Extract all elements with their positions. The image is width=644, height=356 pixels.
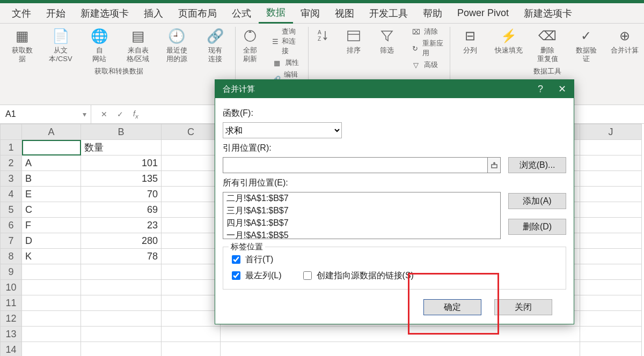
tab-公式[interactable]: 公式 — [224, 4, 259, 23]
cell[interactable]: F — [22, 218, 81, 233]
cell[interactable] — [162, 264, 221, 280]
cell[interactable]: 280 — [81, 233, 162, 249]
cell[interactable] — [81, 280, 162, 295]
row-header[interactable]: 11 — [1, 295, 22, 311]
tab-文件[interactable]: 文件 — [4, 4, 39, 23]
tab-审阅[interactable]: 审阅 — [293, 4, 327, 23]
select-all-corner[interactable] — [1, 124, 22, 140]
sort-button[interactable]: 排序 — [342, 27, 365, 55]
function-select[interactable]: 求和 — [223, 122, 342, 138]
cell[interactable] — [580, 155, 642, 171]
cell[interactable] — [580, 249, 642, 264]
row-header[interactable]: 9 — [1, 264, 22, 280]
cell[interactable]: 数量 — [81, 140, 162, 155]
row-header[interactable]: 6 — [1, 218, 22, 233]
ribbon-item[interactable]: 🔗现有连接 — [201, 27, 230, 63]
row-header[interactable]: 3 — [1, 171, 22, 187]
sort-az-button[interactable]: AZ — [314, 27, 332, 45]
cell[interactable] — [22, 264, 81, 280]
list-item[interactable]: 二月!$A$1:$B$7 — [223, 192, 500, 205]
cell[interactable] — [580, 218, 642, 233]
cell[interactable]: E — [22, 187, 81, 202]
references-listbox[interactable]: 二月!$A$1:$B$7三月!$A$1:$B$7四月!$A$1:$B$7一月!$… — [223, 192, 501, 239]
cell[interactable] — [221, 327, 580, 342]
cell[interactable] — [162, 171, 221, 187]
top-row-checkbox[interactable] — [232, 255, 240, 264]
cell[interactable] — [81, 311, 162, 327]
ribbon-item[interactable]: ⌫删除重复值 — [533, 27, 562, 63]
confirm-icon[interactable]: ✓ — [117, 110, 123, 118]
cell[interactable] — [81, 327, 162, 342]
cell[interactable] — [162, 327, 221, 342]
reference-input[interactable] — [223, 157, 488, 173]
cell[interactable] — [162, 311, 221, 327]
cell[interactable]: 135 — [81, 171, 162, 187]
add-button[interactable]: 添加(A) — [508, 193, 566, 209]
cell[interactable] — [81, 264, 162, 280]
delete-button[interactable]: 删除(D) — [508, 219, 566, 235]
cell[interactable] — [580, 280, 642, 295]
row-header[interactable]: 1 — [1, 140, 22, 155]
ribbon-item[interactable]: 🌐自网站 — [85, 27, 114, 63]
name-box-dropdown-icon[interactable]: ▾ — [83, 110, 86, 118]
column-header[interactable]: C — [162, 124, 221, 140]
fx-icon[interactable]: fx — [133, 109, 138, 120]
cell[interactable]: 101 — [81, 155, 162, 171]
cell[interactable] — [22, 295, 81, 311]
tab-开发工具[interactable]: 开发工具 — [362, 4, 415, 23]
cell[interactable] — [162, 202, 221, 218]
cell[interactable]: K — [22, 249, 81, 264]
column-header[interactable]: A — [22, 124, 81, 140]
tab-帮助[interactable]: 帮助 — [415, 4, 450, 23]
cell[interactable]: 23 — [81, 218, 162, 233]
row-header[interactable]: 4 — [1, 187, 22, 202]
cell[interactable] — [162, 187, 221, 202]
cell[interactable] — [580, 171, 642, 187]
cell[interactable] — [162, 218, 221, 233]
cell[interactable] — [162, 155, 221, 171]
cell[interactable] — [22, 342, 81, 357]
cell[interactable] — [81, 295, 162, 311]
row-header[interactable]: 7 — [1, 233, 22, 249]
range-picker-icon[interactable] — [488, 157, 501, 173]
clear-filter-button[interactable]: ⌧清除 — [411, 27, 444, 36]
cell[interactable] — [162, 140, 221, 155]
close-icon[interactable]: ✕ — [558, 83, 566, 95]
reapply-button[interactable]: ↻重新应用 — [411, 39, 444, 58]
cell[interactable] — [580, 140, 642, 155]
cell[interactable] — [162, 280, 221, 295]
cell[interactable]: D — [22, 233, 81, 249]
row-header[interactable]: 2 — [1, 155, 22, 171]
tab-数据[interactable]: 数据 — [259, 3, 293, 24]
cell[interactable] — [22, 311, 81, 327]
ribbon-item[interactable]: ⊟分列 — [456, 27, 485, 55]
cell[interactable] — [162, 249, 221, 264]
cell[interactable] — [580, 327, 642, 342]
row-header[interactable]: 14 — [1, 342, 22, 357]
tab-新建选项卡[interactable]: 新建选项卡 — [516, 4, 580, 23]
ribbon-item[interactable]: ⚡快速填充 — [494, 27, 523, 55]
create-links-checkbox[interactable] — [303, 271, 312, 280]
dialog-titlebar[interactable]: 合并计算 ? ✕ — [215, 80, 574, 98]
tab-页面布局[interactable]: 页面布局 — [171, 4, 224, 23]
cell[interactable] — [22, 140, 81, 155]
ok-button[interactable]: 确定 — [423, 299, 481, 315]
cell[interactable] — [580, 342, 642, 357]
ribbon-item[interactable]: ⊕合并计算 — [610, 27, 639, 55]
list-item[interactable]: 四月!$A$1:$B$7 — [223, 217, 500, 229]
properties-button[interactable]: ▦属性 — [272, 58, 303, 68]
cell[interactable] — [580, 264, 642, 280]
advanced-filter-button[interactable]: ▽高级 — [411, 60, 444, 70]
cell[interactable] — [162, 233, 221, 249]
cell[interactable] — [580, 187, 642, 202]
tab-开始[interactable]: 开始 — [39, 4, 73, 23]
cell[interactable] — [81, 342, 162, 357]
ribbon-item[interactable]: 📄从文本/CSV — [46, 27, 75, 63]
name-box[interactable]: ▾ — [0, 105, 91, 123]
name-box-input[interactable] — [4, 109, 58, 120]
row-header[interactable]: 12 — [1, 311, 22, 327]
tab-视图[interactable]: 视图 — [327, 4, 362, 23]
cell[interactable]: B — [22, 171, 81, 187]
row-header[interactable]: 10 — [1, 280, 22, 295]
cell[interactable] — [580, 233, 642, 249]
